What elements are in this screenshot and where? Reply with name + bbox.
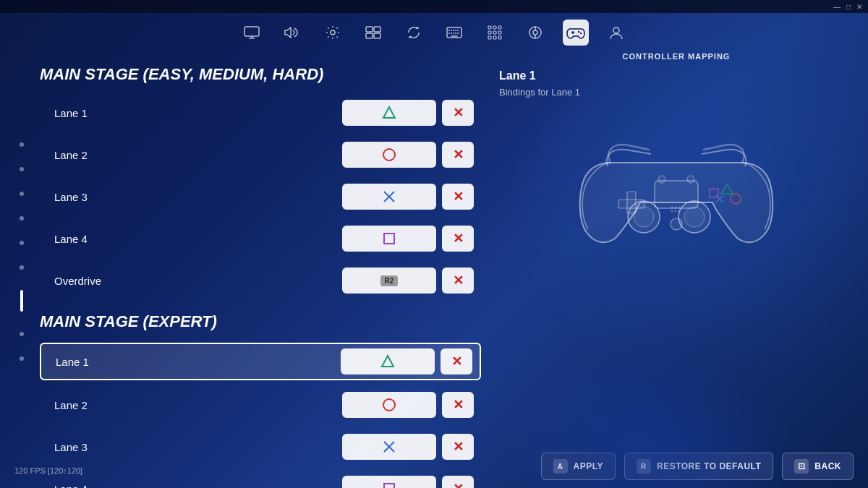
svg-rect-40 — [384, 234, 394, 244]
lane-label: Lane 3 — [47, 191, 156, 203]
nav-sync[interactable] — [401, 20, 427, 46]
lane-row-easy-1[interactable]: Lane 1 ✕ — [40, 95, 481, 130]
lane-button-expert-1[interactable] — [341, 348, 435, 374]
back-label: BACK — [814, 461, 841, 471]
sidebar-dot[interactable] — [20, 192, 24, 196]
lane-label: Lane 1 — [48, 356, 157, 368]
lane-clear-easy-2[interactable]: ✕ — [442, 142, 474, 168]
sidebar-dot[interactable] — [20, 142, 24, 147]
svg-point-66 — [678, 210, 681, 213]
apply-label: APPLY — [574, 461, 603, 471]
clear-icon: ✕ — [453, 105, 464, 121]
lane-button-easy-overdrive[interactable]: R2 — [342, 267, 436, 294]
nav-volume[interactable] — [279, 20, 305, 46]
lane-clear-expert-2[interactable]: ✕ — [442, 392, 474, 418]
lane-row-expert-1[interactable]: Lane 1 ✕ — [40, 343, 481, 380]
maximize-button[interactable]: □ — [846, 3, 851, 11]
minimize-button[interactable]: — — [833, 3, 841, 11]
lane-button-easy-1[interactable] — [342, 100, 436, 126]
lane-clear-easy-overdrive[interactable]: ✕ — [442, 267, 474, 294]
controller-diagram — [499, 112, 854, 257]
lane-label: Lane 2 — [47, 149, 156, 161]
lane-row-expert-2[interactable]: Lane 2 ✕ — [40, 388, 481, 422]
svg-marker-36 — [383, 107, 395, 118]
svg-rect-19 — [493, 26, 496, 29]
lane-row-easy-4[interactable]: Lane 4 ✕ — [40, 221, 481, 256]
svg-rect-18 — [488, 26, 491, 29]
apply-badge: A — [553, 459, 568, 474]
svg-point-63 — [678, 207, 681, 209]
svg-rect-22 — [493, 31, 496, 34]
back-badge: ⊡ — [794, 459, 809, 474]
section2-title: MAIN STAGE (EXPERT) — [40, 312, 481, 331]
restore-badge: R — [637, 459, 651, 474]
lane-button-expert-2[interactable] — [342, 392, 436, 418]
lane-clear-easy-3[interactable]: ✕ — [442, 184, 474, 210]
lane-clear-easy-1[interactable]: ✕ — [442, 100, 474, 126]
lane-button-easy-3[interactable] — [342, 184, 436, 210]
nav-game-settings[interactable] — [522, 20, 548, 46]
lane-row-easy-overdrive[interactable]: Overdrive R2 ✕ — [40, 263, 481, 298]
svg-point-59 — [658, 176, 665, 183]
clear-icon: ✕ — [451, 354, 462, 369]
section1-title: MAIN STAGE (EASY, MEDIUM, HARD) — [40, 65, 481, 84]
sidebar — [14, 58, 29, 445]
nav-controller[interactable] — [563, 20, 589, 46]
lane-label: Lane 2 — [47, 399, 156, 411]
sidebar-dot[interactable] — [20, 332, 24, 336]
nav-keyboard[interactable] — [441, 20, 467, 46]
svg-rect-26 — [498, 36, 501, 39]
lane-label: Lane 1 — [47, 107, 156, 119]
lane-row-easy-3[interactable]: Lane 3 ✕ — [40, 179, 481, 214]
svg-rect-57 — [655, 181, 698, 208]
close-button[interactable]: ✕ — [856, 3, 862, 11]
nav-grid[interactable] — [482, 20, 508, 46]
main-content: MAIN STAGE (EASY, MEDIUM, HARD) Lane 1 ✕… — [40, 52, 488, 488]
svg-point-37 — [383, 149, 395, 160]
apply-button[interactable]: A APPLY — [541, 453, 616, 480]
svg-point-47 — [634, 207, 654, 227]
restore-default-button[interactable]: R RESTORE TO DEFAULT — [624, 453, 773, 480]
lane-clear-easy-4[interactable]: ✕ — [442, 226, 474, 252]
sidebar-dot[interactable] — [20, 241, 24, 245]
sidebar-dot[interactable] — [20, 265, 24, 270]
svg-rect-23 — [498, 31, 501, 34]
svg-rect-5 — [374, 33, 380, 38]
clear-icon: ✕ — [453, 273, 464, 288]
svg-point-49 — [684, 207, 705, 227]
svg-rect-25 — [493, 36, 496, 39]
top-nav — [0, 13, 868, 52]
sidebar-dot[interactable] — [20, 167, 24, 171]
svg-point-62 — [675, 207, 677, 209]
lane-button-easy-4[interactable] — [342, 226, 436, 252]
bindings-text: Bindings for Lane 1 — [499, 87, 854, 98]
lane-button-easy-2[interactable] — [342, 142, 436, 168]
nav-display[interactable] — [360, 20, 386, 46]
svg-rect-21 — [488, 31, 491, 34]
lane-row-easy-2[interactable]: Lane 2 ✕ — [40, 137, 481, 172]
svg-point-65 — [675, 210, 677, 213]
svg-rect-3 — [374, 27, 380, 32]
clear-icon: ✕ — [453, 147, 464, 163]
right-panel-lane-title: Lane 1 — [499, 69, 854, 82]
nav-settings[interactable] — [320, 20, 346, 46]
svg-rect-2 — [366, 27, 373, 32]
sidebar-dot[interactable] — [20, 356, 24, 361]
sidebar-dot[interactable] — [20, 216, 24, 221]
svg-rect-0 — [244, 27, 259, 36]
clear-icon: ✕ — [453, 189, 464, 205]
sidebar-dot-active[interactable] — [20, 290, 23, 312]
svg-point-34 — [580, 33, 582, 34]
lane-clear-expert-1[interactable]: ✕ — [441, 348, 472, 374]
nav-profile[interactable] — [603, 20, 629, 46]
clear-icon: ✕ — [453, 397, 464, 413]
bottom-bar: 120 FPS [120↑120] A APPLY R RESTORE TO D… — [0, 445, 868, 488]
svg-point-64 — [671, 210, 673, 213]
svg-point-61 — [671, 207, 673, 209]
back-button[interactable]: ⊡ BACK — [782, 453, 854, 480]
nav-monitor[interactable] — [239, 20, 265, 46]
clear-icon: ✕ — [453, 231, 464, 247]
svg-marker-41 — [382, 356, 393, 367]
svg-point-33 — [578, 31, 579, 33]
svg-point-60 — [687, 176, 694, 183]
